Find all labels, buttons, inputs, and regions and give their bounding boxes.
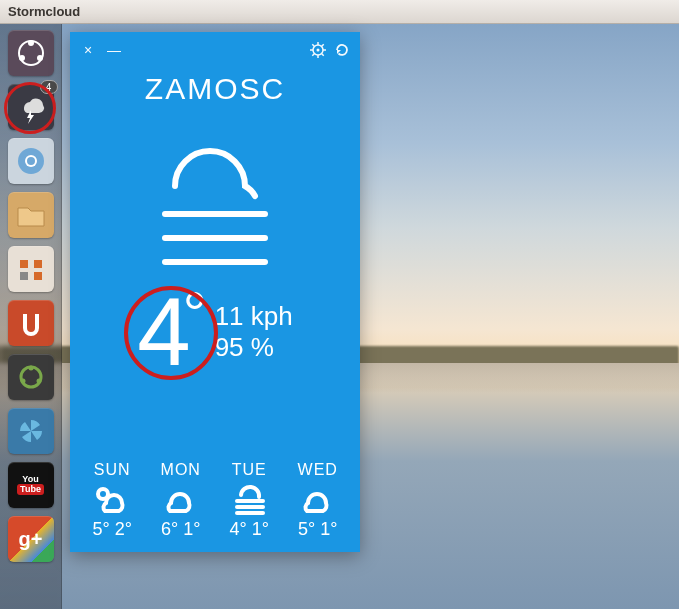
stormcloud-icon[interactable]: 4 <box>8 84 54 130</box>
svg-point-3 <box>37 55 43 61</box>
partly-cloudy-icon <box>92 483 132 515</box>
youtube-icon[interactable]: You Tube <box>8 462 54 508</box>
day-label: SUN <box>94 461 131 479</box>
launcher-badge: 4 <box>40 80 58 94</box>
dash-icon[interactable] <box>8 30 54 76</box>
day-temps: 5° 2° <box>93 519 132 540</box>
shutter-icon[interactable] <box>8 408 54 454</box>
window-titlebar: Stormcloud <box>0 0 679 24</box>
chromium-icon[interactable] <box>8 138 54 184</box>
forecast-day: MON 6° 1° <box>149 461 213 540</box>
svg-line-22 <box>312 44 314 46</box>
svg-point-1 <box>28 40 34 46</box>
svg-line-23 <box>322 54 324 56</box>
fog-icon <box>229 483 269 515</box>
google-plus-icon[interactable]: g+ <box>8 516 54 562</box>
svg-point-13 <box>20 379 25 384</box>
forecast-day: TUE 4° 1° <box>217 461 281 540</box>
cloudy-icon <box>161 483 201 515</box>
svg-line-25 <box>322 44 324 46</box>
fog-icon <box>135 136 295 276</box>
system-settings-icon[interactable] <box>8 246 54 292</box>
day-label: TUE <box>232 461 267 479</box>
settings-icon[interactable] <box>310 42 326 58</box>
svg-rect-9 <box>20 272 28 280</box>
forecast: SUN 5° 2° MON 6° 1° TUE 4° 1° WED 5° 1° <box>70 461 360 540</box>
svg-point-14 <box>36 379 41 384</box>
svg-point-2 <box>19 55 25 61</box>
highlight-ring-temp <box>124 286 218 380</box>
svg-point-17 <box>317 49 320 52</box>
svg-rect-10 <box>34 272 42 280</box>
weather-widget: × — ZAMOSC 4° <box>70 32 360 552</box>
svg-line-24 <box>312 54 314 56</box>
close-button[interactable]: × <box>80 42 96 58</box>
forecast-day: SUN 5° 2° <box>80 461 144 540</box>
svg-point-12 <box>28 366 33 371</box>
launcher: 4 You Tube g+ <box>0 24 62 609</box>
svg-point-6 <box>27 157 35 165</box>
current-conditions: 4° 11 kph 95 % <box>70 136 360 380</box>
ubuntu-one-icon[interactable] <box>8 300 54 346</box>
refresh-icon[interactable] <box>334 42 350 58</box>
wind-speed: 11 kph <box>215 301 293 332</box>
day-temps: 4° 1° <box>230 519 269 540</box>
window-title: Stormcloud <box>8 4 80 19</box>
forecast-day: WED 5° 1° <box>286 461 350 540</box>
svg-rect-8 <box>34 260 42 268</box>
svg-rect-7 <box>20 260 28 268</box>
day-temps: 5° 1° <box>298 519 337 540</box>
day-label: WED <box>298 461 338 479</box>
minimize-button[interactable]: — <box>106 42 122 58</box>
desktop: 4 You Tube g+ <box>0 24 679 609</box>
files-icon[interactable] <box>8 192 54 238</box>
day-temps: 6° 1° <box>161 519 200 540</box>
day-label: MON <box>161 461 201 479</box>
software-center-icon[interactable] <box>8 354 54 400</box>
cloudy-icon <box>298 483 338 515</box>
humidity: 95 % <box>215 332 293 363</box>
city-name: ZAMOSC <box>70 72 360 106</box>
